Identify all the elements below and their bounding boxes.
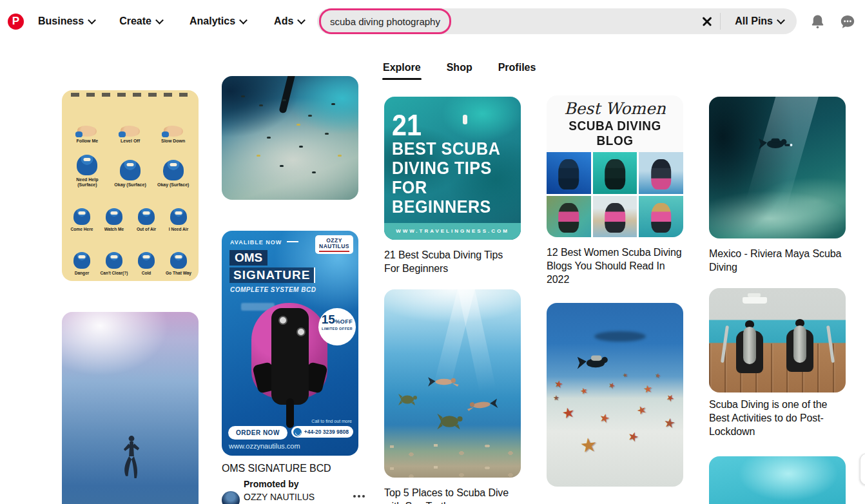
chevron-down-icon bbox=[777, 16, 785, 24]
pin-women-blogs-image[interactable]: Best Women SCUBA DIVING BLOG WWW.DIVERBL… bbox=[547, 95, 683, 237]
promoted-attribution: Promoted by OZZY NAUTILUS SCUBA DIVING O… bbox=[222, 478, 358, 504]
starfish-glyph: ★ bbox=[654, 372, 661, 380]
pin-title[interactable]: Scuba Diving is one of the Best Activiti… bbox=[709, 398, 846, 438]
chevron-down-icon bbox=[88, 16, 96, 24]
starfish-glyph: ★ bbox=[553, 394, 559, 402]
notifications-bell-icon[interactable] bbox=[810, 14, 826, 30]
nav-create[interactable]: Create bbox=[119, 15, 162, 27]
photo-collage bbox=[547, 152, 683, 237]
starfish-glyph: ★ bbox=[665, 392, 676, 403]
starfish-glyph: ★ bbox=[579, 435, 599, 456]
more-options-ellipsis-icon[interactable] bbox=[353, 495, 356, 498]
tab-shop[interactable]: Shop bbox=[447, 62, 472, 80]
pin-21-tips-image[interactable]: 21 BEST SCUBA DIVING TIPS FOR BEGINNERS … bbox=[384, 97, 521, 240]
starfish-glyph: ★ bbox=[643, 383, 653, 395]
turtle-silhouette bbox=[434, 410, 469, 432]
pin-title[interactable]: Top 5 Places to Scuba Dive with Sea Turt… bbox=[384, 486, 521, 504]
pin-mexico-cenote-photo[interactable] bbox=[709, 97, 846, 238]
phone-icon bbox=[293, 428, 302, 436]
freediver-silhouette bbox=[117, 431, 146, 481]
pin-title[interactable]: Mexico - Riviera Maya Scuba Diving bbox=[709, 247, 846, 274]
phone-number: +44-20 3239 9808 bbox=[291, 426, 353, 438]
pin-starfish-photo[interactable]: ★★★★★★★★★★★★★★ bbox=[547, 303, 683, 487]
pin-sea-turtles-photo[interactable] bbox=[384, 289, 521, 478]
grid-column-5: Mexico - Riviera Maya Scuba Diving Scuba… bbox=[709, 97, 846, 504]
advertiser-logo: OZZY NAUTILUS bbox=[315, 235, 353, 254]
grid-column-3: 21 BEST SCUBA DIVING TIPS FOR BEGINNERS … bbox=[384, 97, 521, 504]
starfish-glyph: ★ bbox=[554, 378, 564, 389]
boat bbox=[743, 297, 767, 304]
pinterest-logo-icon[interactable]: P bbox=[8, 14, 24, 30]
pin-title[interactable]: 21 Best Scuba Diving Tips For Beginners bbox=[384, 248, 521, 275]
results-tabs: Explore Shop Profiles bbox=[383, 62, 536, 80]
tab-profiles[interactable]: Profiles bbox=[498, 62, 536, 80]
snorkeler-silhouette bbox=[425, 374, 465, 389]
chevron-down-icon bbox=[239, 16, 248, 24]
starfish-glyph: ★ bbox=[561, 405, 576, 422]
search-query-chip[interactable]: scuba diving photography bbox=[319, 8, 451, 34]
floating-button-partial[interactable] bbox=[860, 453, 865, 485]
grid-column-4: Best Women SCUBA DIVING BLOG WWW.DIVERBL… bbox=[547, 95, 683, 504]
nav-ads[interactable]: Ads bbox=[274, 15, 304, 27]
starfish-glyph: ★ bbox=[635, 403, 648, 417]
starfish-glyph: ★ bbox=[598, 411, 611, 425]
pin-freediver-photo[interactable] bbox=[62, 312, 199, 504]
pin-reef-snorkeler-photo[interactable] bbox=[222, 76, 358, 200]
pin-title[interactable]: OMS SIGNATURE BCD bbox=[222, 463, 358, 474]
pin-turquoise-water-photo[interactable] bbox=[709, 456, 846, 504]
starfish-glyph: ★ bbox=[663, 416, 677, 430]
close-icon[interactable] bbox=[702, 16, 712, 26]
tab-explore[interactable]: Explore bbox=[383, 62, 421, 80]
chevron-down-icon bbox=[155, 16, 164, 24]
nav-business[interactable]: Business bbox=[38, 15, 95, 27]
messages-chat-icon[interactable] bbox=[839, 14, 856, 30]
grid-column-2: AVALIBLE NOW OZZY NAUTILUS OMS SIGNATURE… bbox=[222, 76, 358, 504]
top-bar: P Business Create Analytics Ads scuba di… bbox=[0, 0, 865, 43]
chevron-down-icon bbox=[297, 16, 306, 24]
starfish-glyph: ★ bbox=[626, 429, 640, 444]
diver-fin-silhouette bbox=[278, 76, 295, 113]
order-now-button[interactable]: ORDER NOW bbox=[228, 426, 287, 440]
nav-analytics[interactable]: Analytics bbox=[190, 15, 246, 27]
diver-silhouette bbox=[572, 349, 619, 375]
starfish-glyph: ★ bbox=[607, 380, 617, 390]
pin-oms-bcd-ad[interactable]: AVALIBLE NOW OZZY NAUTILUS OMS SIGNATURE… bbox=[222, 231, 358, 456]
divider bbox=[720, 13, 721, 30]
search-scope-dropdown[interactable]: All Pins bbox=[735, 15, 784, 27]
cropped-text-row bbox=[71, 93, 190, 97]
pin-title[interactable]: 12 Best Women Scuba Diving Blogs You Sho… bbox=[547, 246, 683, 286]
pin-hand-signals-chart[interactable]: Follow Me Level Off Slow Down Need Help … bbox=[62, 90, 199, 281]
pin-boat-divers-photo[interactable] bbox=[709, 288, 846, 393]
diver-silhouette bbox=[754, 133, 797, 157]
discount-badge: 15%OFF LIMITED OFFER bbox=[318, 308, 356, 345]
starfish-glyph: ★ bbox=[622, 372, 628, 379]
diver-with-tank bbox=[785, 320, 815, 372]
grid-column-1: Follow Me Level Off Slow Down Need Help … bbox=[62, 90, 199, 504]
search-input[interactable]: scuba diving photography All Pins bbox=[317, 8, 797, 34]
advertiser-avatar[interactable] bbox=[222, 491, 240, 504]
fish-school bbox=[241, 95, 245, 97]
starfish-glyph: ★ bbox=[579, 386, 588, 396]
turtle-silhouette bbox=[396, 391, 422, 408]
diver-with-tank bbox=[735, 322, 764, 373]
